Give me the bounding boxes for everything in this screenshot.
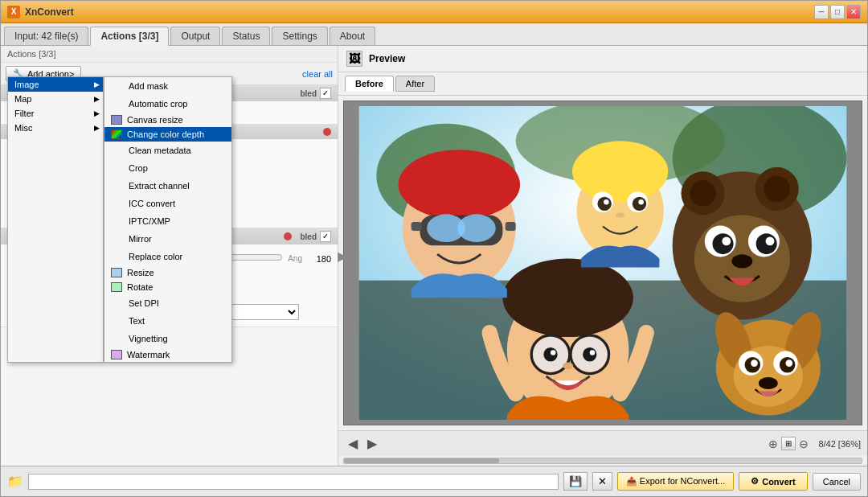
cancel-button[interactable]: Cancel <box>813 473 861 491</box>
submenu-rotate[interactable]: Rotate <box>104 280 231 294</box>
submenu-crop[interactable]: Crop <box>104 159 231 177</box>
menu-item-map[interactable]: Map ▶ <box>8 92 103 106</box>
preview-title: Preview <box>369 53 405 64</box>
preview-tabs: Before After <box>338 72 867 96</box>
prev-button[interactable]: ◀ <box>345 434 361 453</box>
restore-button[interactable]: □ <box>830 5 845 19</box>
section-remove-icon[interactable] <box>323 128 331 136</box>
save-button[interactable]: 💾 <box>563 472 588 491</box>
svg-point-54 <box>751 359 758 367</box>
iptc-xmp-icon <box>111 215 124 228</box>
submenu-icc-convert[interactable]: ICC convert <box>104 195 231 212</box>
submenu-iptc-xmp[interactable]: IPTC/XMP <box>104 212 231 230</box>
zoom-controls: ⊕ ⊞ ⊖ <box>768 437 809 450</box>
submenu-automatic-crop[interactable]: Automatic crop <box>104 95 231 113</box>
text-label: Text <box>129 316 145 326</box>
svg-point-19 <box>690 180 716 207</box>
tab-input[interactable]: Input: 42 file(s) <box>4 27 88 45</box>
submenu-watermark[interactable]: Watermark <box>104 347 231 362</box>
resize-label: Resize <box>127 268 154 277</box>
clear-all-button[interactable]: clear all <box>302 69 333 79</box>
svg-point-31 <box>398 150 520 220</box>
svg-point-29 <box>731 254 752 268</box>
svg-point-45 <box>616 212 624 218</box>
svg-point-16 <box>563 363 573 370</box>
svg-point-56 <box>759 377 778 389</box>
svg-point-44 <box>638 199 644 205</box>
submenu-mirror[interactable]: Mirror <box>104 230 231 248</box>
submenu-set-dpi[interactable]: Set DPI <box>104 294 231 312</box>
submenu-replace-color[interactable]: Replace color <box>104 248 231 265</box>
menu-overlay: Image ▶ Map ▶ Filter ▶ Misc ▶ <box>7 76 232 363</box>
change-color-depth-label: Change color depth <box>127 129 204 139</box>
rotate-checked-label: bled <box>300 232 317 241</box>
preview-header: 🖼 Preview <box>338 46 867 72</box>
minimize-button[interactable]: ─ <box>814 5 829 19</box>
bottom-bar: 📁 💾 ✕ 📤 Export for NConvert... ⚙ Convert… <box>1 466 867 496</box>
checked-label: bled <box>300 89 317 98</box>
zoom-fit-button[interactable]: ⊞ <box>781 437 796 450</box>
close-button[interactable]: ✕ <box>846 5 861 19</box>
menu-item-misc[interactable]: Misc ▶ <box>8 121 103 135</box>
svg-point-25 <box>713 233 734 254</box>
svg-rect-35 <box>411 222 422 231</box>
replace-color-label: Replace color <box>129 252 182 261</box>
svg-point-13 <box>583 347 596 361</box>
section-remove-icon-2[interactable] <box>284 232 292 240</box>
preview-tab-before[interactable]: Before <box>345 76 394 92</box>
arrow-icon-4: ▶ <box>94 124 100 132</box>
clean-metadata-sub-label: Clean metadata <box>129 146 191 155</box>
arrow-icon: ▶ <box>94 80 100 88</box>
tab-settings[interactable]: Settings <box>272 27 327 45</box>
tab-output[interactable]: Output <box>170 27 220 45</box>
submenu-clean-metadata[interactable]: Clean metadata <box>104 142 231 159</box>
export-button[interactable]: 📤 Export for NConvert... <box>617 472 734 491</box>
vignetting-icon <box>111 332 124 345</box>
mirror-label: Mirror <box>129 234 152 244</box>
preview-tab-after[interactable]: After <box>395 76 435 92</box>
submenu-add-mask[interactable]: Add mask <box>104 77 231 95</box>
resize-icon <box>111 268 122 277</box>
icc-convert-label: ICC convert <box>129 199 175 208</box>
menu-item-filter[interactable]: Filter ▶ <box>8 106 103 121</box>
extract-channel-label: Extract channel <box>129 181 190 191</box>
tab-actions[interactable]: Actions [3/3] <box>90 27 169 46</box>
icc-convert-icon <box>111 197 124 210</box>
rotate-check-badge[interactable]: ✓ <box>320 231 331 242</box>
submenu-canvas-resize[interactable]: Canvas resize <box>104 113 231 127</box>
clean-metadata-icon <box>111 144 124 157</box>
zoom-out-button[interactable]: ⊖ <box>799 437 809 450</box>
export-label: Export for NConvert... <box>640 476 725 486</box>
menu-item-image[interactable]: Image ▶ <box>8 77 103 92</box>
preview-scrollbar[interactable] <box>343 458 862 464</box>
next-button[interactable]: ▶ <box>364 434 380 453</box>
iptc-xmp-label: IPTC/XMP <box>129 216 170 226</box>
panel-arrow: ▶ <box>338 249 347 264</box>
tab-about[interactable]: About <box>330 27 375 45</box>
zoom-in-button[interactable]: ⊕ <box>768 437 778 450</box>
rotate-ang-label: Ang <box>288 254 302 263</box>
tab-status[interactable]: Status <box>222 27 270 45</box>
delete-button[interactable]: ✕ <box>592 472 612 491</box>
submenu-vignetting[interactable]: Vignetting <box>104 330 231 347</box>
canvas-resize-label: Canvas resize <box>127 115 183 125</box>
extract-channel-icon <box>111 179 124 192</box>
watermark-label: Watermark <box>127 350 170 359</box>
submenu-resize[interactable]: Resize <box>104 265 231 280</box>
folder-button[interactable]: 📁 <box>7 474 23 489</box>
submenu-change-color-depth[interactable]: Change color depth <box>104 127 231 142</box>
window-title: XnConvert <box>25 6 814 18</box>
convert-button[interactable]: ⚙ Convert <box>739 472 808 491</box>
misc-menu-label: Misc <box>14 123 33 133</box>
svg-point-28 <box>766 237 775 246</box>
svg-point-27 <box>722 237 731 246</box>
scrollbar-thumb[interactable] <box>344 458 499 463</box>
check-badge[interactable]: ✓ <box>320 88 331 99</box>
svg-point-21 <box>764 176 790 203</box>
tab-bar: Input: 42 file(s) Actions [3/3] Output S… <box>1 23 867 46</box>
output-path-input[interactable] <box>28 474 559 490</box>
submenu-extract-channel[interactable]: Extract channel <box>104 177 231 195</box>
preview-image-svg: © <box>350 106 855 420</box>
arrow-icon-2: ▶ <box>94 95 100 103</box>
submenu-text[interactable]: Text <box>104 312 231 330</box>
